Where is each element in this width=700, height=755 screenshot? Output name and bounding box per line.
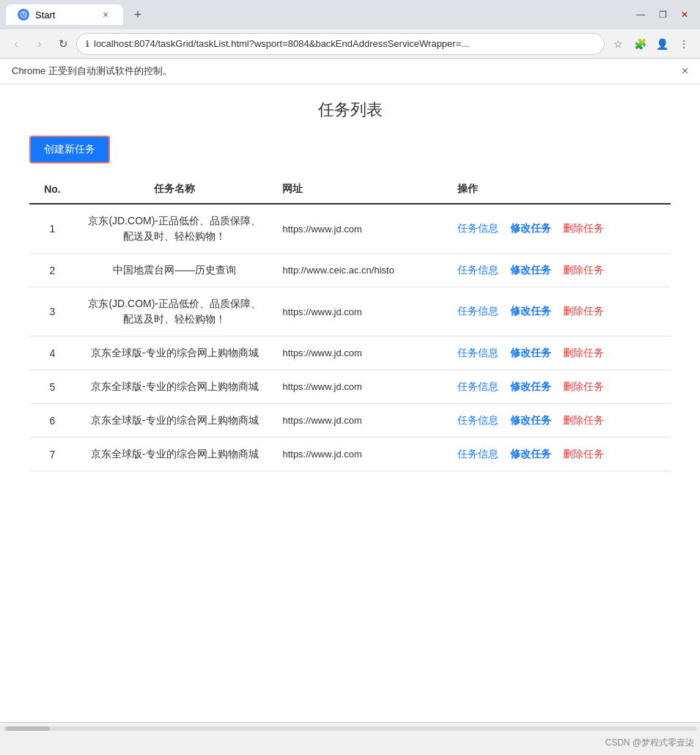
cell-no: 6	[29, 404, 75, 438]
close-button[interactable]: ✕	[675, 5, 694, 24]
browser-frame: Start × + — ❐ ✕ ‹ › ↻ ℹ localhost:8074/t…	[0, 0, 700, 734]
new-tab-button[interactable]: +	[128, 4, 148, 25]
info-bar-close-button[interactable]: ×	[682, 65, 688, 78]
tab-favicon	[18, 9, 29, 21]
edit-task-link[interactable]: 修改任务	[510, 264, 551, 277]
table-row: 2中国地震台网——历史查询http://www.ceic.ac.cn/histo…	[29, 254, 671, 287]
delete-task-link[interactable]: 删除任务	[563, 380, 604, 394]
cell-name: 中国地震台网——历史查询	[75, 254, 273, 287]
cell-name: 京东全球版-专业的综合网上购物商城	[75, 438, 273, 471]
cell-action: 任务信息修改任务删除任务	[449, 404, 671, 438]
edit-task-link[interactable]: 修改任务	[510, 380, 551, 394]
task-info-link[interactable]: 任务信息	[457, 347, 498, 360]
table-row: 6京东全球版-专业的综合网上购物商城https://www.jd.com任务信息…	[29, 404, 671, 438]
cell-action: 任务信息修改任务删除任务	[449, 438, 671, 471]
refresh-button[interactable]: ↻	[53, 34, 73, 54]
task-info-link[interactable]: 任务信息	[457, 414, 498, 427]
create-task-button[interactable]: 创建新任务	[29, 136, 110, 163]
cell-action: 任务信息修改任务删除任务	[449, 254, 671, 287]
page-content: 任务列表 创建新任务 No. 任务名称 网址 操作 1京东(JD.COM)-正品…	[0, 84, 700, 722]
page-title: 任务列表	[29, 99, 671, 121]
info-bar: Chrome 正受到自动测试软件的控制。 ×	[0, 59, 700, 84]
tab-close-button[interactable]: ×	[100, 9, 111, 21]
cell-action: 任务信息修改任务删除任务	[449, 204, 671, 254]
col-action: 操作	[449, 175, 671, 204]
create-button-wrapper: 创建新任务	[29, 136, 671, 163]
table-header-row: No. 任务名称 网址 操作	[29, 175, 671, 204]
bookmark-icon[interactable]: ☆	[608, 34, 628, 54]
col-no: No.	[29, 175, 75, 204]
cell-url: https://www.jd.com	[273, 438, 449, 471]
col-name: 任务名称	[75, 175, 273, 204]
address-bar[interactable]: ℹ localhost:8074/taskGrid/taskList.html?…	[76, 33, 605, 55]
window-controls: — ❐ ✕	[631, 5, 694, 24]
cell-url: https://www.jd.com	[273, 404, 449, 438]
delete-task-link[interactable]: 删除任务	[563, 305, 604, 318]
cell-no: 4	[29, 336, 75, 370]
cell-name: 京东全球版-专业的综合网上购物商城	[75, 336, 273, 370]
cell-name: 京东全球版-专业的综合网上购物商城	[75, 370, 273, 404]
task-info-link[interactable]: 任务信息	[457, 380, 498, 394]
maximize-button[interactable]: ❐	[653, 5, 672, 24]
table-row: 1京东(JD.COM)-正品低价、品质保障、配送及时、轻松购物！https://…	[29, 204, 671, 254]
cell-no: 7	[29, 438, 75, 471]
table-row: 4京东全球版-专业的综合网上购物商城https://www.jd.com任务信息…	[29, 336, 671, 370]
cell-action: 任务信息修改任务删除任务	[449, 336, 671, 370]
browser-tab[interactable]: Start ×	[6, 4, 123, 25]
nav-icons: ☆ 🧩 👤 ⋮	[608, 34, 694, 54]
secure-icon: ℹ	[86, 39, 89, 49]
edit-task-link[interactable]: 修改任务	[510, 347, 551, 360]
delete-task-link[interactable]: 删除任务	[563, 222, 604, 235]
table-row: 3京东(JD.COM)-正品低价、品质保障、配送及时、轻松购物！https://…	[29, 287, 671, 336]
edit-task-link[interactable]: 修改任务	[510, 448, 551, 461]
address-text: localhost:8074/taskGrid/taskList.html?ws…	[94, 38, 595, 49]
edit-task-link[interactable]: 修改任务	[510, 305, 551, 318]
cell-url: https://www.jd.com	[273, 287, 449, 336]
col-url: 网址	[273, 175, 449, 204]
title-bar: Start × + — ❐ ✕	[0, 0, 700, 29]
edit-task-link[interactable]: 修改任务	[510, 414, 551, 427]
table-row: 7京东全球版-专业的综合网上购物商城https://www.jd.com任务信息…	[29, 438, 671, 471]
cell-no: 5	[29, 370, 75, 404]
nav-bar: ‹ › ↻ ℹ localhost:8074/taskGrid/taskList…	[0, 29, 700, 59]
cell-action: 任务信息修改任务删除任务	[449, 287, 671, 336]
profile-icon[interactable]: 👤	[652, 34, 672, 54]
delete-task-link[interactable]: 删除任务	[563, 448, 604, 461]
minimize-button[interactable]: —	[631, 5, 650, 24]
extensions-icon[interactable]: 🧩	[630, 34, 650, 54]
info-bar-text: Chrome 正受到自动测试软件的控制。	[12, 65, 172, 78]
task-info-link[interactable]: 任务信息	[457, 222, 498, 235]
delete-task-link[interactable]: 删除任务	[563, 347, 604, 360]
cell-name: 京东(JD.COM)-正品低价、品质保障、配送及时、轻松购物！	[75, 287, 273, 336]
cell-url: https://www.jd.com	[273, 370, 449, 404]
task-info-link[interactable]: 任务信息	[457, 264, 498, 277]
back-button[interactable]: ‹	[6, 34, 26, 54]
cell-url: https://www.jd.com	[273, 204, 449, 254]
cell-no: 1	[29, 204, 75, 254]
scrollbar-thumb[interactable]	[6, 726, 50, 731]
cell-name: 京东(JD.COM)-正品低价、品质保障、配送及时、轻松购物！	[75, 204, 273, 254]
cell-action: 任务信息修改任务删除任务	[449, 370, 671, 404]
cell-no: 2	[29, 254, 75, 287]
cell-url: http://www.ceic.ac.cn/histo	[273, 254, 449, 287]
tab-title: Start	[35, 10, 55, 21]
task-info-link[interactable]: 任务信息	[457, 305, 498, 318]
cell-no: 3	[29, 287, 75, 336]
task-table: No. 任务名称 网址 操作 1京东(JD.COM)-正品低价、品质保障、配送及…	[29, 175, 671, 471]
delete-task-link[interactable]: 删除任务	[563, 264, 604, 277]
delete-task-link[interactable]: 删除任务	[563, 414, 604, 427]
menu-icon[interactable]: ⋮	[674, 34, 694, 54]
cell-name: 京东全球版-专业的综合网上购物商城	[75, 404, 273, 438]
cell-url: https://www.jd.com	[273, 336, 449, 370]
edit-task-link[interactable]: 修改任务	[510, 222, 551, 235]
task-info-link[interactable]: 任务信息	[457, 448, 498, 461]
forward-button[interactable]: ›	[29, 34, 50, 54]
table-row: 5京东全球版-专业的综合网上购物商城https://www.jd.com任务信息…	[29, 370, 671, 404]
scrollbar-track	[3, 726, 697, 731]
scrollbar[interactable]	[0, 722, 700, 734]
